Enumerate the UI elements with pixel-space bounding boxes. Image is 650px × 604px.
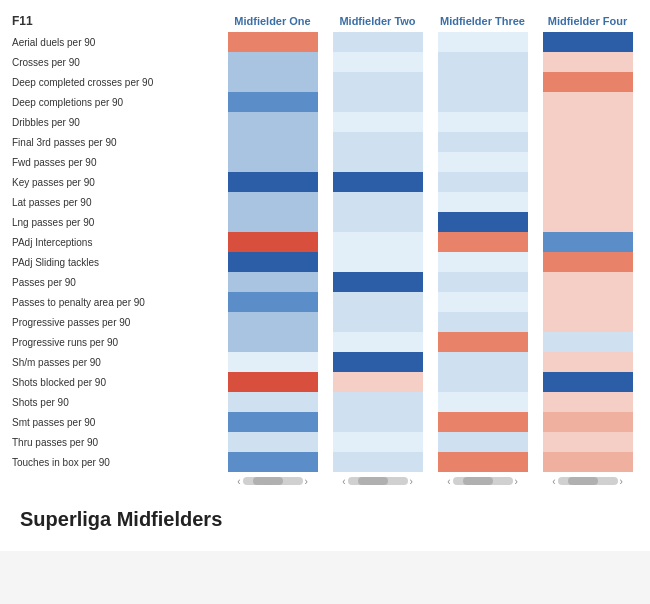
cell-3-0: [438, 32, 528, 52]
row-label-20: Thru passes per 90: [10, 432, 220, 452]
data-col-3: Midfielder Three ‹: [430, 10, 535, 490]
cell-1-10: [228, 232, 318, 252]
scrollbar-2[interactable]: ‹ ›: [325, 472, 430, 490]
cell-2-6: [333, 152, 423, 172]
scroll-thumb-1: [253, 477, 283, 485]
scrollbar-4[interactable]: ‹ ›: [535, 472, 640, 490]
cell-4-18: [543, 392, 633, 412]
row-label-3: Deep completions per 90: [10, 92, 220, 112]
chart-area: F11 Aerial duels per 90 Crosses per 90 D…: [10, 10, 640, 490]
cell-3-11: [438, 252, 528, 272]
cell-4-4: [543, 112, 633, 132]
f11-label: F11: [10, 10, 220, 32]
cell-2-15: [333, 332, 423, 352]
cell-3-17: [438, 372, 528, 392]
cell-1-15: [228, 332, 318, 352]
cell-2-17: [333, 372, 423, 392]
cell-2-18: [333, 392, 423, 412]
cell-1-5: [228, 132, 318, 152]
cell-3-14: [438, 312, 528, 332]
cell-2-16: [333, 352, 423, 372]
row-label-15: Progressive runs per 90: [10, 332, 220, 352]
cell-1-20: [228, 432, 318, 452]
cell-1-13: [228, 292, 318, 312]
scroll-track-2[interactable]: [348, 477, 408, 485]
cell-1-18: [228, 392, 318, 412]
col2-header: Midfielder Two: [339, 10, 415, 32]
row-label-4: Dribbles per 90: [10, 112, 220, 132]
cell-1-11: [228, 252, 318, 272]
cell-1-16: [228, 352, 318, 372]
cell-3-18: [438, 392, 528, 412]
cell-3-21: [438, 452, 528, 472]
cell-4-20: [543, 432, 633, 452]
scroll-thumb-3: [463, 477, 493, 485]
cell-2-11: [333, 252, 423, 272]
cell-3-19: [438, 412, 528, 432]
title-area: Superliga Midfielders: [10, 490, 640, 541]
row-label-17: Shots blocked per 90: [10, 372, 220, 392]
cell-3-16: [438, 352, 528, 372]
cell-3-12: [438, 272, 528, 292]
cell-3-3: [438, 92, 528, 112]
scroll-track-4[interactable]: [558, 477, 618, 485]
row-label-9: Lng passes per 90: [10, 212, 220, 232]
scrollbar-3[interactable]: ‹ ›: [430, 472, 535, 490]
cell-1-17: [228, 372, 318, 392]
cell-1-3: [228, 92, 318, 112]
scroll-right-3[interactable]: ›: [515, 476, 518, 487]
cell-3-9: [438, 212, 528, 232]
cell-3-20: [438, 432, 528, 452]
cell-4-3: [543, 92, 633, 112]
scrollbar-1[interactable]: ‹ ›: [220, 472, 325, 490]
cell-2-10: [333, 232, 423, 252]
scroll-right-1[interactable]: ›: [305, 476, 308, 487]
cell-2-4: [333, 112, 423, 132]
cell-4-19: [543, 412, 633, 432]
main-container: F11 Aerial duels per 90 Crosses per 90 D…: [0, 0, 650, 551]
row-label-1: Crosses per 90: [10, 52, 220, 72]
data-col-1: Midfielder One ‹: [220, 10, 325, 490]
cell-4-8: [543, 192, 633, 212]
cell-2-0: [333, 32, 423, 52]
cell-2-1: [333, 52, 423, 72]
scroll-left-2[interactable]: ‹: [342, 476, 345, 487]
scroll-right-4[interactable]: ›: [620, 476, 623, 487]
row-label-21: Touches in box per 90: [10, 452, 220, 472]
row-label-14: Progressive passes per 90: [10, 312, 220, 332]
scroll-left-1[interactable]: ‹: [237, 476, 240, 487]
cell-2-19: [333, 412, 423, 432]
row-label-13: Passes to penalty area per 90: [10, 292, 220, 312]
row-label-7: Key passes per 90: [10, 172, 220, 192]
cell-1-0: [228, 32, 318, 52]
row-label-11: PAdj Sliding tackles: [10, 252, 220, 272]
cell-2-7: [333, 172, 423, 192]
cell-2-14: [333, 312, 423, 332]
cell-3-13: [438, 292, 528, 312]
scroll-track-3[interactable]: [453, 477, 513, 485]
row-label-0: Aerial duels per 90: [10, 32, 220, 52]
scroll-left-4[interactable]: ‹: [552, 476, 555, 487]
cell-4-10: [543, 232, 633, 252]
cell-2-13: [333, 292, 423, 312]
cell-2-2: [333, 72, 423, 92]
scroll-track-1[interactable]: [243, 477, 303, 485]
cell-4-13: [543, 292, 633, 312]
cell-2-3: [333, 92, 423, 112]
scroll-left-3[interactable]: ‹: [447, 476, 450, 487]
cell-3-15: [438, 332, 528, 352]
cell-4-2: [543, 72, 633, 92]
cell-4-1: [543, 52, 633, 72]
cell-4-11: [543, 252, 633, 272]
row-label-5: Final 3rd passes per 90: [10, 132, 220, 152]
scroll-right-2[interactable]: ›: [410, 476, 413, 487]
cell-3-10: [438, 232, 528, 252]
cell-4-7: [543, 172, 633, 192]
cell-2-12: [333, 272, 423, 292]
cell-3-6: [438, 152, 528, 172]
row-label-6: Fwd passes per 90: [10, 152, 220, 172]
cell-1-21: [228, 452, 318, 472]
cell-1-19: [228, 412, 318, 432]
cell-2-8: [333, 192, 423, 212]
scroll-thumb-2: [358, 477, 388, 485]
